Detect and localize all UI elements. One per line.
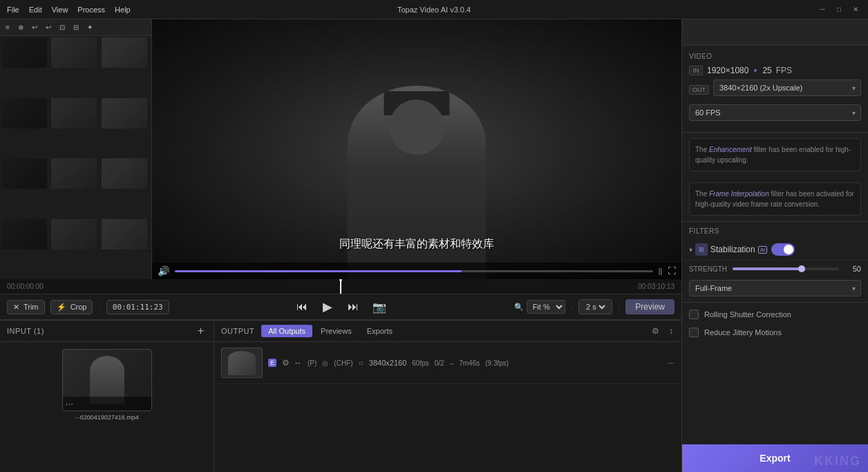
timeline-playhead[interactable] <box>340 279 341 294</box>
crop-button[interactable]: ⚡ Crop <box>50 300 93 314</box>
output-thumb-inner <box>228 351 256 375</box>
menu-process[interactable]: Process <box>77 6 105 14</box>
output-radio: ○ <box>359 358 364 368</box>
out-res-select-wrap: 3840×2160 (2x Upscale) <box>713 79 861 96</box>
filmstrip-thumb[interactable] <box>51 37 97 68</box>
filter-ai-badge: AI <box>758 246 768 254</box>
video-fullscreen-icon[interactable]: ⛶ <box>668 266 676 276</box>
strength-value: 50 <box>845 265 861 273</box>
stabilization-toggle[interactable] <box>771 243 795 256</box>
filmstrip-tool-5[interactable]: ⊡ <box>57 22 68 32</box>
rolling-shutter-label: Rolling Shutter Correction <box>704 310 791 319</box>
video-in-row: IN 1920×1080 25 FPS <box>689 66 861 75</box>
filmstrip-thumb[interactable] <box>102 98 147 129</box>
skip-forward-button[interactable]: ⏭ <box>343 299 363 314</box>
video-settings-section: VIDEO IN 1920×1080 25 FPS OUT 3840×2160 … <box>682 46 868 133</box>
timeline-controls: ✕ ✕ TrimTrim ⚡ Crop · 00:01:11:23 ⏮ ▶ ⏭ … <box>0 294 681 320</box>
input-panel: INPUT (1) + ··· ···6200419027416.mp4 <box>0 321 214 472</box>
window-controls: ─ □ ✕ <box>817 4 861 15</box>
export-button[interactable]: Export KKING <box>682 444 868 472</box>
ruler-time-right: 00:03:10:13 <box>638 283 674 290</box>
filmstrip-tool-7[interactable]: ✦ <box>84 22 95 32</box>
menu-edit[interactable]: Edit <box>29 6 42 14</box>
output-speed: (9.3fps) <box>485 359 509 367</box>
output-more-button[interactable]: ··· <box>668 358 674 368</box>
right-panel-top <box>682 19 868 46</box>
skip-back-button[interactable]: ⏮ <box>292 299 312 314</box>
titlebar: File Edit View Process Help Topaz Video … <box>0 0 868 19</box>
filmstrip-thumb[interactable] <box>1 98 47 129</box>
filmstrip-thumb[interactable] <box>102 219 147 249</box>
video-out-res-row: OUT 3840×2160 (2x Upscale) <box>689 79 861 100</box>
preview-button[interactable]: Preview <box>625 299 674 314</box>
zoom-select[interactable]: Fit % <box>527 300 565 314</box>
stabilization-filter-row: ▾ ⊞ Stabilization AI <box>682 239 868 261</box>
main-video: 同理呢还有丰富的素材和特效库 🔊 || ⛶ <box>152 19 681 279</box>
thumb-more[interactable]: ··· <box>66 398 74 409</box>
menu-view[interactable]: View <box>52 6 68 14</box>
menu-file[interactable]: File <box>7 6 19 14</box>
speed-select[interactable]: 2 s <box>583 302 607 312</box>
tab-all-outputs[interactable]: All Outputs <box>261 325 312 337</box>
filmstrip-thumb[interactable] <box>1 219 47 249</box>
maximize-button[interactable]: □ <box>833 4 845 15</box>
input-panel-header: INPUT (1) + <box>0 321 214 342</box>
filmstrip-thumb[interactable] <box>1 158 47 189</box>
rolling-shutter-checkbox[interactable] <box>689 310 699 319</box>
mode-select[interactable]: Full-Frame <box>689 280 861 296</box>
output-thumbnail <box>221 348 263 378</box>
fps-select[interactable]: 60 FPS <box>689 104 861 121</box>
output-fps: 60fps <box>412 359 428 367</box>
filmstrip-thumb[interactable] <box>51 219 97 249</box>
filter-chevron-icon[interactable]: ▾ <box>689 246 692 254</box>
tab-previews[interactable]: Previews <box>314 325 359 337</box>
output-move-icon[interactable]: ↔ <box>294 358 302 368</box>
output-settings-icon2[interactable]: ⚙ <box>282 358 290 368</box>
video-controls-bar: 🔊 || ⛶ <box>152 263 681 279</box>
close-button[interactable]: ✕ <box>850 4 861 15</box>
main-layout: ≡ ⊕ ↩ ↩ ⊡ ⊟ ✦ <box>0 19 868 472</box>
output-circle-icon: ◎ <box>322 359 328 367</box>
filmstrip-tool-2[interactable]: ⊕ <box>15 22 26 32</box>
output-expand-icon[interactable]: ↕ <box>668 325 674 337</box>
person-head <box>389 100 444 155</box>
menu-help[interactable]: Help <box>115 6 131 14</box>
filmstrip-thumb[interactable] <box>1 37 47 68</box>
screenshot-button[interactable]: 📷 <box>368 299 390 315</box>
filmstrip-thumb[interactable] <box>51 98 97 129</box>
io-dot <box>754 69 757 72</box>
output-settings-icon[interactable]: ⚙ <box>650 325 661 337</box>
strength-knob[interactable] <box>798 265 805 272</box>
toggle-knob <box>784 245 793 254</box>
filmstrip-tool-1[interactable]: ≡ <box>3 22 12 32</box>
strength-label: STRENGTH <box>689 265 727 273</box>
filmstrip-tool-6[interactable]: ⊟ <box>70 22 82 32</box>
output-dash: – <box>450 359 454 367</box>
tab-exports[interactable]: Exports <box>360 325 399 337</box>
play-button[interactable]: ▶ <box>317 298 338 316</box>
output-progress: 0/2 <box>435 359 444 367</box>
filmstrip-tool-4[interactable]: ↩ <box>43 22 54 32</box>
filmstrip-thumb[interactable] <box>102 158 147 189</box>
minimize-button[interactable]: ─ <box>817 4 828 15</box>
video-subtitle: 同理呢还有丰富的素材和特效库 <box>339 237 494 252</box>
trim-button[interactable]: ✕ ✕ TrimTrim <box>7 300 45 314</box>
timeline-ruler: 00:00:00:00 00:03:10:13 <box>0 279 681 294</box>
video-progress-bar[interactable] <box>175 270 653 272</box>
filmstrip-tool-3[interactable]: ↩ <box>29 22 40 32</box>
file-thumbnail[interactable]: ··· <box>62 349 152 411</box>
volume-icon[interactable]: 🔊 <box>158 265 169 276</box>
reduce-jitter-label: Reduce Jittery Motions <box>704 328 782 337</box>
strength-slider[interactable] <box>733 267 839 270</box>
add-input-button[interactable]: + <box>195 325 207 337</box>
tc-dot: · <box>571 302 573 312</box>
filmstrip-thumb[interactable] <box>51 158 97 189</box>
out-resolution-select[interactable]: 3840×2160 (2x Upscale) <box>713 79 861 96</box>
file-name-label: ···6200419027416.mp4 <box>75 414 139 421</box>
tc-speed: 2 s <box>578 299 612 314</box>
reduce-jitter-checkbox[interactable] <box>689 328 699 337</box>
stabilization-icon: ⊞ <box>695 243 708 256</box>
rolling-shutter-row: Rolling Shutter Correction <box>682 305 868 323</box>
mode-select-wrap: Full-Frame <box>682 277 868 299</box>
filmstrip-thumb[interactable] <box>102 37 147 68</box>
